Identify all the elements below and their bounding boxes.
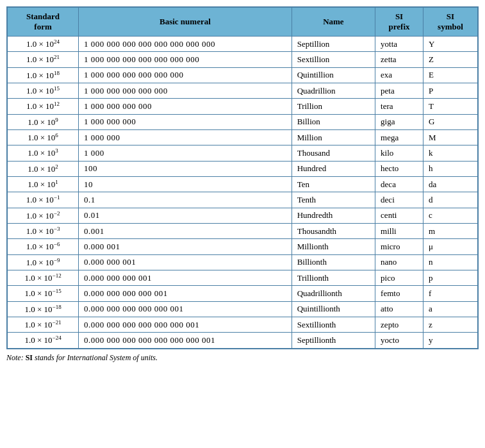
cell-basic-numeral: 1 000 000	[79, 129, 292, 145]
cell-name: Quadrillionth	[292, 286, 375, 301]
cell-si-symbol: P	[423, 83, 477, 98]
cell-basic-numeral: 0.000 000 000 000 001	[79, 286, 292, 301]
cell-name: Quintillion	[292, 67, 375, 83]
cell-name: Million	[292, 129, 375, 145]
table-row: 1.0 × 1031 000Thousandkilok	[8, 145, 478, 161]
cell-si-symbol: T	[423, 99, 477, 114]
cell-si-prefix: tera	[375, 99, 423, 114]
cell-standard-form: 1.0 × 1018	[8, 67, 79, 83]
table-row: 1.0 × 10−240.000 000 000 000 000 000 000…	[8, 333, 478, 348]
cell-name: Tenth	[292, 192, 375, 208]
cell-basic-numeral: 0.000 000 001	[79, 254, 292, 270]
table-row: 1.0 × 10211 000 000 000 000 000 000 000S…	[8, 52, 478, 67]
cell-si-symbol: h	[423, 161, 477, 176]
cell-standard-form: 1.0 × 1015	[8, 83, 79, 98]
cell-si-symbol: Z	[423, 52, 477, 67]
cell-basic-numeral: 10	[79, 176, 292, 192]
cell-standard-form: 1.0 × 10−21	[8, 317, 79, 332]
table-row: 1.0 × 10−180.000 000 000 000 000 001Quin…	[8, 301, 478, 317]
cell-name: Sextillion	[292, 52, 375, 67]
cell-standard-form: 1.0 × 103	[8, 145, 79, 161]
cell-si-prefix: hecto	[375, 161, 423, 176]
cell-name: Quadrillion	[292, 83, 375, 98]
table-row: 1.0 × 10110Tendecada	[8, 176, 478, 192]
table-row: 1.0 × 10−150.000 000 000 000 001Quadrill…	[8, 286, 478, 301]
cell-si-prefix: zepto	[375, 317, 423, 332]
table-row: 1.0 × 10−30.001Thousandthmillim	[8, 223, 478, 238]
cell-basic-numeral: 1 000 000 000 000 000	[79, 83, 292, 98]
header-standard-form: Standardform	[8, 8, 79, 37]
cell-si-prefix: milli	[375, 223, 423, 238]
cell-standard-form: 1.0 × 10−12	[8, 270, 79, 285]
cell-standard-form: 1.0 × 102	[8, 161, 79, 176]
cell-name: Billionth	[292, 254, 375, 270]
cell-name: Thousandth	[292, 223, 375, 238]
cell-name: Septillion	[292, 37, 375, 52]
cell-si-symbol: Y	[423, 37, 477, 52]
cell-si-prefix: centi	[375, 208, 423, 223]
cell-name: Hundredth	[292, 208, 375, 223]
table-row: 1.0 × 10−210.000 000 000 000 000 000 001…	[8, 317, 478, 332]
cell-si-prefix: pico	[375, 270, 423, 285]
cell-name: Sextillionth	[292, 317, 375, 332]
cell-basic-numeral: 0.01	[79, 208, 292, 223]
cell-si-prefix: peta	[375, 83, 423, 98]
cell-si-prefix: yotta	[375, 37, 423, 52]
cell-si-symbol: M	[423, 129, 477, 145]
cell-si-symbol: n	[423, 254, 477, 270]
cell-basic-numeral: 0.1	[79, 192, 292, 208]
table-row: 1.0 × 10241 000 000 000 000 000 000 000 …	[8, 37, 478, 52]
table-row: 1.0 × 1091 000 000 000BilliongigaG	[8, 114, 478, 129]
cell-si-symbol: da	[423, 176, 477, 192]
cell-si-prefix: zetta	[375, 52, 423, 67]
cell-si-symbol: y	[423, 333, 477, 348]
table-row: 1.0 × 10181 000 000 000 000 000 000Quint…	[8, 67, 478, 83]
table-row: 1.0 × 10−120.000 000 000 001Trillionthpi…	[8, 270, 478, 285]
cell-si-symbol: f	[423, 286, 477, 301]
cell-si-symbol: d	[423, 192, 477, 208]
cell-si-symbol: a	[423, 301, 477, 317]
cell-name: Hundred	[292, 161, 375, 176]
cell-basic-numeral: 0.000 000 000 000 000 000 000 001	[79, 333, 292, 348]
cell-standard-form: 1.0 × 101	[8, 176, 79, 192]
cell-standard-form: 1.0 × 10−6	[8, 239, 79, 254]
cell-si-prefix: mega	[375, 129, 423, 145]
table-row: 1.0 × 10151 000 000 000 000 000Quadrilli…	[8, 83, 478, 98]
si-prefix-table: Standardform Basic numeral Name SIprefix…	[6, 6, 479, 349]
cell-si-symbol: E	[423, 67, 477, 83]
table-row: 1.0 × 10−90.000 000 001Billionthnanon	[8, 254, 478, 270]
cell-si-prefix: deca	[375, 176, 423, 192]
cell-standard-form: 1.0 × 10−18	[8, 301, 79, 317]
cell-si-symbol: m	[423, 223, 477, 238]
cell-standard-form: 1.0 × 1021	[8, 52, 79, 67]
cell-si-prefix: micro	[375, 239, 423, 254]
cell-name: Quintillionth	[292, 301, 375, 317]
cell-si-prefix: atto	[375, 301, 423, 317]
cell-basic-numeral: 1 000 000 000 000 000 000	[79, 67, 292, 83]
header-basic-numeral: Basic numeral	[79, 8, 292, 37]
cell-standard-form: 1.0 × 10−9	[8, 254, 79, 270]
header-si-symbol: SIsymbol	[423, 8, 477, 37]
cell-name: Septillionth	[292, 333, 375, 348]
cell-standard-form: 1.0 × 106	[8, 129, 79, 145]
cell-si-prefix: femto	[375, 286, 423, 301]
cell-si-prefix: nano	[375, 254, 423, 270]
cell-basic-numeral: 1 000 000 000 000	[79, 99, 292, 114]
cell-name: Thousand	[292, 145, 375, 161]
cell-standard-form: 1.0 × 1012	[8, 99, 79, 114]
table-note: Note: SI stands for International System…	[6, 353, 479, 363]
cell-name: Millionth	[292, 239, 375, 254]
cell-si-prefix: deci	[375, 192, 423, 208]
cell-standard-form: 1.0 × 10−3	[8, 223, 79, 238]
header-si-prefix: SIprefix	[375, 8, 423, 37]
cell-basic-numeral: 0.001	[79, 223, 292, 238]
table-row: 1.0 × 102100Hundredhectoh	[8, 161, 478, 176]
cell-basic-numeral: 1 000 000 000 000 000 000 000	[79, 52, 292, 67]
cell-standard-form: 1.0 × 1024	[8, 37, 79, 52]
table-row: 1.0 × 10121 000 000 000 000TrillionteraT	[8, 99, 478, 114]
cell-standard-form: 1.0 × 109	[8, 114, 79, 129]
cell-basic-numeral: 1 000 000 000 000 000 000 000 000	[79, 37, 292, 52]
cell-basic-numeral: 0.000 000 000 000 000 000 001	[79, 317, 292, 332]
cell-basic-numeral: 100	[79, 161, 292, 176]
cell-standard-form: 1.0 × 10−2	[8, 208, 79, 223]
